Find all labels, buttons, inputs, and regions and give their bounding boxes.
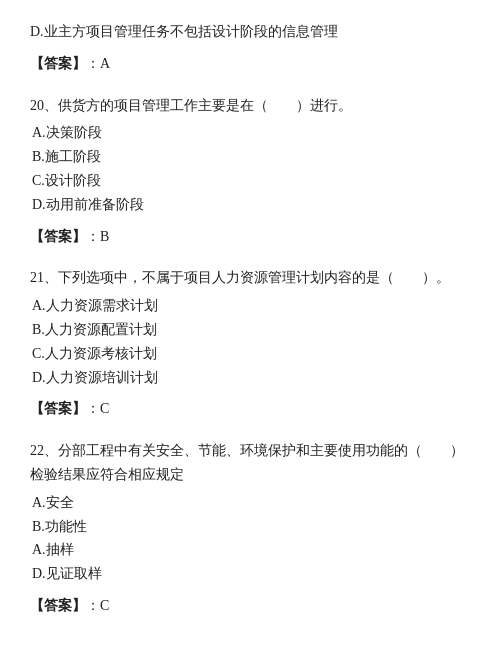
option-21-a: A.人力资源需求计划 (32, 294, 470, 318)
question-21-text: 21、下列选项中，不属于项目人力资源管理计划内容的是（ ）。 (30, 266, 470, 290)
answer-21-label: 【答案】 (30, 401, 86, 416)
content-area: D.业主方项目管理任务不包括设计阶段的信息管理 【答案】：A 20、供货方的项目… (30, 20, 470, 618)
question-22-text: 22、分部工程中有关安全、节能、环境保护和主要使用功能的（ ）检验结果应符合相应… (30, 439, 470, 487)
answer-20-value: B (100, 229, 109, 244)
option-20-d: D.动用前准备阶段 (32, 193, 470, 217)
question-21-block: 21、下列选项中，不属于项目人力资源管理计划内容的是（ ）。 A.人力资源需求计… (30, 266, 470, 421)
option-20-c: C.设计阶段 (32, 169, 470, 193)
option-22-c: A.抽样 (32, 538, 470, 562)
answer-19-value: A (100, 56, 110, 71)
option-22-b: B.功能性 (32, 515, 470, 539)
question-20-text: 20、供货方的项目管理工作主要是在（ ）进行。 (30, 94, 470, 118)
question-20-options: A.决策阶段 B.施工阶段 C.设计阶段 D.动用前准备阶段 (30, 121, 470, 216)
question-20-block: 20、供货方的项目管理工作主要是在（ ）进行。 A.决策阶段 B.施工阶段 C.… (30, 94, 470, 249)
question-19d-text: D.业主方项目管理任务不包括设计阶段的信息管理 (30, 20, 470, 44)
answer-22-value: C (100, 598, 109, 613)
answer-20-label: 【答案】 (30, 229, 86, 244)
option-21-d: D.人力资源培训计划 (32, 366, 470, 390)
option-21-b: B.人力资源配置计划 (32, 318, 470, 342)
answer-21-colon: ： (86, 401, 100, 416)
option-20-a: A.决策阶段 (32, 121, 470, 145)
answer-22-label: 【答案】 (30, 598, 86, 613)
answer-19: 【答案】：A (30, 52, 470, 76)
option-22-d: D.见证取样 (32, 562, 470, 586)
answer-20: 【答案】：B (30, 225, 470, 249)
option-20-b: B.施工阶段 (32, 145, 470, 169)
answer-19-label: 【答案】 (30, 56, 86, 71)
question-19d-block: D.业主方项目管理任务不包括设计阶段的信息管理 【答案】：A (30, 20, 470, 76)
question-22-options: A.安全 B.功能性 A.抽样 D.见证取样 (30, 491, 470, 586)
answer-22-colon: ： (86, 598, 100, 613)
answer-19-colon: ： (86, 56, 100, 71)
answer-20-colon: ： (86, 229, 100, 244)
question-21-options: A.人力资源需求计划 B.人力资源配置计划 C.人力资源考核计划 D.人力资源培… (30, 294, 470, 389)
question-22-block: 22、分部工程中有关安全、节能、环境保护和主要使用功能的（ ）检验结果应符合相应… (30, 439, 470, 618)
option-22-a: A.安全 (32, 491, 470, 515)
option-21-c: C.人力资源考核计划 (32, 342, 470, 366)
answer-21: 【答案】：C (30, 397, 470, 421)
answer-21-value: C (100, 401, 109, 416)
answer-22: 【答案】：C (30, 594, 470, 618)
